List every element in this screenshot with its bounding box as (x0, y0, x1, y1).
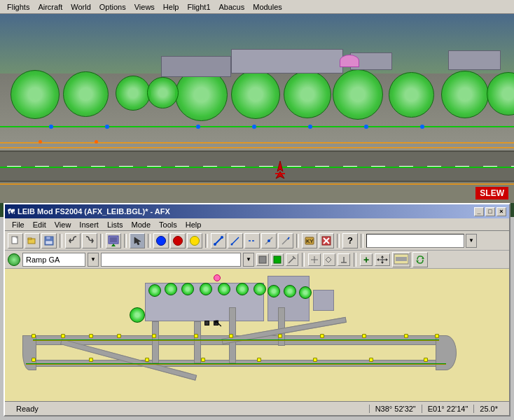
afx-title-bar: 🗺 LEIB Mod FS2004 (AFX_LEIB.BGL)* - AFX … (5, 204, 509, 218)
map-tree-large-1 (130, 307, 145, 323)
map-node-2 (61, 334, 65, 338)
ramp-type-dropdown[interactable]: Ramp GA (22, 253, 85, 267)
menu-aircraft[interactable]: Aircraft (34, 2, 67, 12)
key-icon-button[interactable]: KY (302, 233, 317, 248)
help-button[interactable]: ? (342, 233, 358, 248)
draw-tool-button[interactable] (286, 253, 298, 266)
afx-map-viewport[interactable]: ↖ (5, 269, 509, 401)
map-tree-4 (200, 283, 212, 295)
ramp-type-dropdown-arrow[interactable]: ▼ (88, 253, 99, 267)
node-blue-2 (105, 125, 109, 129)
color-blue-button[interactable] (153, 233, 169, 248)
menu-flight1[interactable]: Flight1 (183, 2, 214, 12)
tree-4 (231, 70, 280, 119)
afx-title-text: LEIB Mod FS2004 (AFX_LEIB.BGL)* - AFX (18, 207, 170, 216)
afx-menu-mode[interactable]: Mode (127, 220, 155, 230)
svg-marker-45 (422, 257, 424, 259)
afx-window-icon: 🗺 (8, 208, 15, 216)
status-coords-lon: E01° 22'14" (422, 405, 475, 413)
taxiway-line-3 (0, 183, 514, 185)
afx-menu-help[interactable]: Help (181, 220, 206, 230)
open-button[interactable] (25, 233, 40, 248)
afx-menu-tools[interactable]: Tools (155, 220, 181, 230)
pink-dome (340, 55, 359, 67)
plus-button[interactable]: + (360, 253, 373, 266)
color-red-button[interactable] (170, 233, 186, 248)
save-button[interactable] (41, 233, 57, 248)
svg-point-16 (221, 236, 223, 239)
text-input-field[interactable] (366, 234, 464, 248)
map-tree-1 (148, 284, 161, 297)
separator-7 (337, 234, 340, 248)
tree-8 (441, 71, 489, 118)
map-orange-line-2 (26, 364, 446, 365)
afx-menu-edit[interactable]: Edit (29, 220, 50, 230)
tb2-btn-2[interactable] (323, 253, 335, 266)
minimize-button[interactable]: _ (474, 207, 484, 216)
map-node-lower-1 (32, 358, 36, 362)
map-tree-3 (181, 283, 194, 295)
cross-arrow-button[interactable] (375, 253, 390, 266)
line-tool-3[interactable] (244, 233, 260, 248)
delete-button[interactable] (319, 233, 334, 248)
svg-marker-39 (381, 255, 384, 258)
green-square-button[interactable] (271, 253, 284, 266)
toolbar-row-1: KY ? ▼ (5, 231, 509, 251)
menu-modules[interactable]: Modules (249, 2, 286, 12)
import-button[interactable] (106, 233, 121, 248)
svg-point-15 (214, 243, 216, 246)
map-tree-5 (218, 283, 230, 295)
afx-menu-insert[interactable]: Insert (75, 220, 103, 230)
gray-square-button[interactable] (256, 253, 269, 266)
map-node-9 (320, 334, 324, 338)
cursor-tool-button[interactable] (130, 233, 145, 248)
svg-marker-1 (276, 172, 284, 178)
svg-rect-30 (274, 256, 281, 263)
menu-world[interactable]: World (67, 2, 95, 12)
separator-1 (60, 234, 62, 248)
close-button[interactable]: × (496, 207, 506, 216)
map-preview-button[interactable] (392, 252, 410, 267)
line-tool-4[interactable] (261, 233, 277, 248)
afx-editor-window: 🗺 LEIB Mod FS2004 (AFX_LEIB.BGL)* - AFX … (4, 203, 510, 416)
map-cursor: ↖ (214, 316, 223, 330)
redo-button[interactable] (82, 233, 97, 248)
new-button[interactable] (8, 233, 23, 248)
text-input-dropdown[interactable]: ▼ (466, 234, 477, 248)
line-tool-1[interactable] (211, 233, 226, 248)
afx-menu-file[interactable]: File (8, 220, 29, 230)
menu-options[interactable]: Options (95, 2, 130, 12)
secondary-dropdown-arrow[interactable]: ▼ (243, 253, 254, 267)
map-orange-line-1 (33, 340, 439, 341)
menu-help[interactable]: Help (159, 2, 183, 12)
menu-abacus[interactable]: Abacus (215, 2, 249, 12)
status-bar: Ready N38° 52'32" E01° 22'14" 25.0* (5, 401, 509, 415)
refresh-button[interactable] (412, 252, 428, 267)
svg-line-31 (289, 258, 294, 263)
svg-marker-42 (386, 258, 388, 261)
undo-button[interactable] (65, 233, 81, 248)
tb2-btn-3[interactable] (338, 253, 350, 266)
line-tool-2[interactable] (228, 233, 243, 248)
svg-line-17 (232, 237, 239, 244)
slew-indicator: SLEW (475, 187, 508, 200)
menu-flights[interactable]: Flights (3, 2, 34, 12)
line-tool-5[interactable] (278, 233, 293, 248)
toolbar-row-2: Ramp GA ▼ ▼ + (5, 251, 509, 269)
tb2-btn-1[interactable] (308, 253, 321, 266)
color-yellow-button[interactable] (187, 233, 202, 248)
map-node-lower-5 (257, 358, 261, 362)
separator-4 (148, 234, 151, 248)
secondary-dropdown[interactable] (101, 253, 241, 267)
taxiway-line-2 (0, 147, 514, 148)
afx-menu-lists[interactable]: Lists (103, 220, 127, 230)
menu-views[interactable]: Views (130, 2, 159, 12)
maximize-button[interactable]: □ (485, 207, 495, 216)
afx-menu-view[interactable]: View (50, 220, 76, 230)
svg-marker-41 (377, 258, 379, 261)
map-node-8 (278, 334, 282, 338)
svg-point-18 (231, 243, 233, 245)
node-blue-1 (49, 125, 53, 129)
sim-3d-view: SLEW (0, 14, 514, 203)
map-node-7 (229, 334, 233, 338)
